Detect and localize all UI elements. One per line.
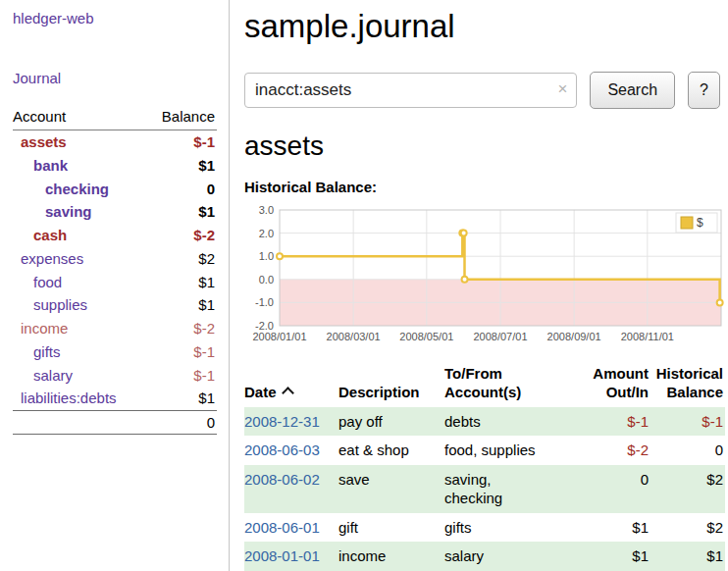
accounts-table: Account Balance assets $-1 bank $1 check… — [13, 106, 217, 435]
account-balance-gifts: $-1 — [193, 343, 215, 362]
account-row-food: food $1 — [13, 271, 217, 294]
account-row-salary: salary $-1 — [13, 364, 217, 388]
account-row-checking: checking 0 — [13, 178, 217, 201]
register-header-amount: Amount Out/In — [580, 363, 650, 407]
account-balance-income: $-2 — [193, 320, 215, 338]
chart-svg: 3.02.01.00.0-1.0-2.02008/01/012008/03/01… — [244, 200, 728, 347]
transaction-accounts: salary — [444, 542, 580, 571]
account-heading: assets — [244, 130, 720, 162]
data-point-marker — [462, 277, 468, 283]
account-link-liabilities-debts[interactable]: liabilities:debts — [13, 389, 117, 408]
data-point-marker — [717, 299, 723, 305]
transaction-amount: 0 — [580, 465, 650, 513]
account-link-supplies[interactable]: supplies — [13, 296, 87, 315]
account-link-food[interactable]: food — [13, 274, 62, 292]
transaction-date-link[interactable]: 2008-06-02 — [244, 471, 320, 488]
data-point-marker — [461, 231, 467, 236]
x-tick-label: 2008/05/01 — [399, 331, 453, 342]
transaction-balance: $1 — [650, 542, 725, 571]
account-row-gifts: gifts $-1 — [13, 340, 217, 364]
transaction-accounts: debts — [444, 407, 580, 437]
account-link-bank[interactable]: bank — [13, 157, 68, 176]
app-window: hledger-web Journal Account Balance asse… — [0, 0, 728, 571]
transaction-description: gift — [338, 513, 444, 543]
register-row: 2008-06-01 gift gifts $1 $2 — [244, 513, 725, 543]
transaction-balance: $2 — [650, 465, 725, 513]
transaction-accounts: food, supplies — [444, 436, 580, 465]
account-balance-saving: $1 — [198, 203, 215, 222]
account-link-income[interactable]: income — [13, 320, 68, 338]
chart-title: Historical Balance: — [244, 179, 720, 195]
app-title-link[interactable]: hledger-web — [13, 10, 94, 26]
x-tick-label: 2008/09/01 — [547, 331, 601, 342]
transaction-balance: $2 — [650, 513, 725, 543]
transaction-amount: $-2 — [580, 436, 650, 465]
account-link-salary[interactable]: salary — [13, 367, 73, 386]
account-balance-cash: $-2 — [193, 227, 215, 245]
account-link-cash[interactable]: cash — [13, 227, 67, 245]
account-row-supplies: supplies $1 — [13, 293, 217, 317]
account-balance-checking: 0 — [207, 181, 215, 199]
register-header-accounts: To/From Account(s) — [444, 363, 580, 407]
y-tick-label: 0.0 — [259, 274, 274, 286]
search-box: × — [244, 73, 577, 108]
x-tick-label: 2008/01/01 — [252, 331, 306, 342]
transaction-date-link[interactable]: 2008-06-01 — [244, 519, 320, 536]
register-header-date[interactable]: Date — [244, 363, 338, 407]
accounts-total-row: 0 — [13, 410, 217, 435]
transaction-date-link[interactable]: 2008-01-01 — [244, 547, 320, 564]
transaction-date-link[interactable]: 2008-06-03 — [244, 441, 320, 458]
nav-journal-link[interactable]: Journal — [13, 70, 217, 86]
account-link-assets[interactable]: assets — [13, 133, 67, 152]
transaction-balance: 0 — [650, 436, 725, 465]
search-input[interactable] — [244, 73, 577, 108]
x-tick-label: 2008/07/01 — [473, 331, 527, 342]
account-link-gifts[interactable]: gifts — [13, 343, 61, 362]
transaction-balance: $-1 — [650, 407, 725, 437]
y-tick-label: 3.0 — [259, 204, 274, 216]
account-row-expenses: expenses $2 — [13, 247, 217, 271]
transaction-accounts: gifts — [444, 513, 580, 543]
y-tick-label: -1.0 — [255, 296, 274, 308]
register-header-description: Description — [338, 363, 444, 407]
register-header-row: Date Description To/From Account(s) Amou… — [244, 363, 725, 407]
sidebar: hledger-web Journal Account Balance asse… — [0, 0, 230, 571]
search-help-button[interactable]: ? — [688, 72, 720, 109]
transaction-amount: $-1 — [580, 407, 650, 437]
transaction-description: income — [338, 542, 444, 571]
register-row: 2008-12-31 pay off debts $-1 $-1 — [244, 407, 725, 437]
balance-column-header: Balance — [162, 108, 215, 125]
register-header-balance: Historical Balance — [650, 363, 725, 407]
legend-swatch — [681, 217, 693, 229]
account-balance-assets: $-1 — [193, 133, 215, 152]
account-link-checking[interactable]: checking — [13, 181, 109, 199]
register-table: Date Description To/From Account(s) Amou… — [244, 363, 725, 571]
data-point-marker — [277, 253, 283, 259]
transaction-description: save — [338, 465, 444, 513]
register-row: 2008-06-03 eat & shop food, supplies $-2… — [244, 436, 725, 465]
account-row-liabilities-debts: liabilities:debts $1 — [13, 387, 217, 410]
y-tick-label: 2.0 — [259, 228, 274, 239]
sort-ascending-icon — [282, 387, 294, 399]
transaction-date-link[interactable]: 2008-12-31 — [244, 413, 320, 430]
accounts-total-value: 0 — [207, 414, 215, 431]
historical-balance-chart: 3.02.01.00.0-1.0-2.02008/01/012008/03/01… — [244, 200, 728, 347]
account-link-expenses[interactable]: expenses — [13, 250, 83, 269]
main-panel: sample.journal × Search ? assets Histori… — [230, 0, 728, 571]
search-button[interactable]: Search — [590, 72, 675, 109]
chart-legend: $ — [676, 213, 717, 233]
account-row-cash: cash $-2 — [13, 224, 217, 247]
account-balance-supplies: $1 — [198, 296, 215, 315]
account-row-bank: bank $1 — [13, 154, 217, 178]
account-link-saving[interactable]: saving — [13, 203, 92, 222]
account-row-assets: assets $-1 — [13, 130, 217, 154]
register-row: 2008-06-02 save saving, checking 0 $2 — [244, 465, 725, 513]
account-balance-expenses: $2 — [198, 250, 215, 269]
clear-search-icon[interactable]: × — [557, 80, 567, 97]
search-bar: × Search ? — [244, 72, 720, 109]
account-balance-food: $1 — [198, 274, 215, 292]
account-row-income: income $-2 — [13, 317, 217, 340]
account-balance-bank: $1 — [198, 157, 215, 176]
account-column-header: Account — [13, 108, 66, 125]
x-tick-label: 2008/03/01 — [327, 331, 381, 342]
